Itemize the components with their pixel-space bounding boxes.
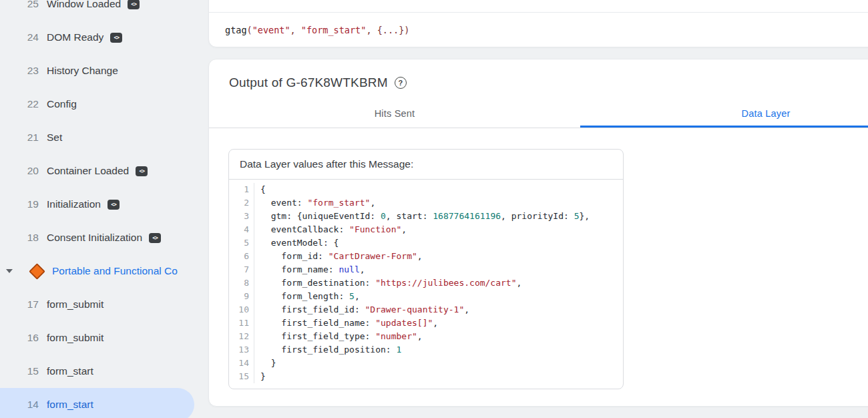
code-token: form_length:	[260, 291, 349, 301]
code-badge-icon: <>	[107, 200, 120, 210]
code-line: 10 first_field_id: "Drawer-quantity-1",	[229, 303, 623, 317]
event-label: form_start	[47, 365, 93, 377]
event-label: History Change	[47, 65, 118, 77]
event-number: 23	[0, 65, 39, 77]
event-row[interactable]: 15form_start	[0, 355, 198, 388]
code-token: ,	[360, 264, 365, 274]
code-token: }	[260, 358, 276, 368]
event-row[interactable]: 21Set	[0, 121, 198, 154]
event-row[interactable]: 20Container Loaded<>	[0, 154, 198, 188]
code-token: gtm: {uniqueEventId:	[260, 211, 381, 221]
data-layer-code-block: 1{2 event: "form_start",3 gtm: {uniqueEv…	[229, 180, 623, 389]
event-number: 24	[0, 31, 39, 43]
event-row[interactable]: 25Window Loaded<>	[0, 0, 198, 21]
tab-data-layer[interactable]: Data Layer	[580, 102, 868, 128]
code-token: eventModel: {	[260, 238, 339, 248]
event-sidebar: 25Window Loaded<>24DOM Ready<>23History …	[0, 0, 198, 418]
collapse-caret-icon[interactable]	[6, 269, 13, 273]
line-number: 3	[229, 210, 254, 223]
event-row[interactable]: 23History Change	[0, 54, 198, 87]
line-number: 5	[229, 236, 254, 250]
output-tabs: Hits SentData Layer	[209, 102, 868, 128]
code-badge-icon: <>	[128, 0, 140, 9]
code-token: event:	[260, 198, 307, 208]
event-row[interactable]: 17form_submit	[0, 288, 198, 321]
tag-group-label: Portable and Functional Co	[52, 265, 178, 277]
tab-hits-sent[interactable]: Hits Sent	[209, 102, 580, 128]
event-number: 18	[0, 232, 39, 244]
code-token: "updates[]"	[375, 318, 433, 328]
event-number: 16	[0, 332, 39, 344]
code-line-content: gtm: {uniqueEventId: 0, start: 168776416…	[254, 210, 590, 223]
code-token: ,	[464, 304, 469, 315]
output-card-title: Output of G-67K8WTKBRM	[229, 75, 388, 90]
code-line: 3 gtm: {uniqueEventId: 0, start: 1687764…	[229, 210, 623, 223]
code-token: first_field_id:	[260, 304, 365, 315]
code-token: form_name:	[260, 264, 339, 274]
event-label: form_submit	[47, 332, 103, 344]
line-number: 10	[229, 303, 254, 317]
event-number: 17	[0, 298, 39, 310]
help-icon[interactable]: ?	[395, 77, 407, 89]
code-token: "event"	[252, 25, 290, 35]
code-line: 2 event: "form_start",	[229, 196, 623, 210]
code-token: 1	[397, 345, 402, 355]
code-line-content: eventCallback: "Function",	[254, 223, 407, 236]
code-token: "form_start"	[307, 198, 370, 208]
line-number: 2	[229, 196, 254, 210]
event-label: Set	[47, 132, 62, 144]
code-line-content: form_id: "CartDrawer-Form",	[254, 250, 423, 263]
code-line-content: }	[254, 357, 276, 370]
code-line: 7 form_name: null,	[229, 263, 623, 276]
event-row[interactable]: 22Config	[0, 87, 198, 121]
code-token: "number"	[375, 331, 417, 341]
code-token: form_id:	[260, 251, 329, 261]
data-layer-panel: Data Layer values after this Message: 1{…	[209, 128, 868, 389]
code-line-content: first_field_id: "Drawer-quantity-1",	[254, 303, 469, 317]
event-number: 22	[0, 98, 39, 110]
event-label: DOM Ready	[47, 31, 103, 43]
event-row[interactable]: 14form_start	[0, 388, 194, 418]
event-row[interactable]: 16form_submit	[0, 321, 198, 355]
code-line-content: first_field_type: "number",	[254, 330, 423, 343]
event-number: 19	[0, 198, 39, 210]
event-label: form_start	[47, 399, 93, 411]
code-token: "CartDrawer-Form"	[329, 251, 417, 261]
code-line: 6 form_id: "CartDrawer-Form",	[229, 250, 623, 263]
code-token: 0	[381, 211, 386, 221]
snippet-card-upper-section	[209, 0, 868, 13]
line-number: 13	[229, 343, 254, 357]
line-number: 8	[229, 276, 254, 290]
line-number: 6	[229, 250, 254, 263]
event-label: Config	[47, 98, 77, 110]
code-token: ,	[290, 25, 301, 35]
code-token: gtag	[225, 25, 247, 35]
code-token: },	[579, 211, 590, 221]
event-row[interactable]: 24DOM Ready<>	[0, 21, 198, 54]
code-token: , start:	[386, 211, 433, 221]
line-number: 7	[229, 263, 254, 276]
line-number: 4	[229, 223, 254, 236]
code-line: 11 first_field_name: "updates[]",	[229, 317, 623, 330]
event-row[interactable]: 18Consent Initialization<>	[0, 221, 198, 254]
code-badge-icon: <>	[149, 233, 161, 243]
code-token: ,	[517, 278, 522, 288]
line-number: 9	[229, 290, 254, 303]
code-line: 12 first_field_type: "number",	[229, 330, 623, 343]
code-token: null	[339, 264, 359, 274]
code-token: first_field_name:	[260, 318, 375, 328]
code-badge-icon: <>	[136, 166, 148, 176]
event-row[interactable]: 19Initialization<>	[0, 188, 198, 221]
code-token: "form_start"	[301, 25, 367, 35]
event-group-row[interactable]: Portable and Functional Co	[0, 254, 198, 288]
gtag-snippet-card: gtag("event", "form_start", {...})	[208, 0, 868, 47]
code-token: (	[247, 25, 252, 35]
code-line: 9 form_length: 5,	[229, 290, 623, 303]
code-line-content: eventModel: {	[254, 236, 339, 250]
code-line-content: form_destination: "https://julibees.com/…	[254, 276, 521, 290]
code-line-content: first_field_name: "updates[]",	[254, 317, 438, 330]
event-label: Initialization	[47, 198, 101, 210]
code-token: , priorityId:	[501, 211, 574, 221]
code-token: first_field_type:	[260, 331, 375, 341]
code-token: "Drawer-quantity-1"	[365, 304, 465, 315]
